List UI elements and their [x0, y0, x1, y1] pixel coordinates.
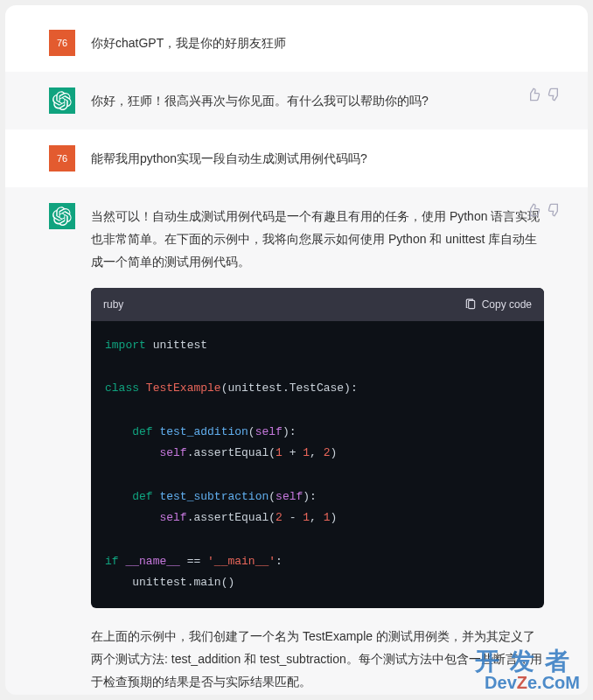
avatar-assistant: [49, 88, 75, 114]
message-assistant-1: 你好，狂师！很高兴再次与你见面。有什么我可以帮助你的吗?: [5, 72, 588, 130]
copy-code-button[interactable]: Copy code: [464, 295, 532, 314]
message-text: 你好，狂师！很高兴再次与你见面。有什么我可以帮助你的吗?: [91, 88, 544, 114]
thumbs-down-icon[interactable]: [548, 203, 562, 217]
chat-container: 76 你好chatGPT，我是你的好朋友狂师 你好，狂师！很高兴再次与你见面。有…: [5, 5, 588, 695]
message-text: 当然可以！自动生成测试用例代码是一个有趣且有用的任务，使用 Python 语言实…: [91, 203, 544, 695]
avatar-assistant: [49, 203, 75, 229]
message-actions: [527, 203, 562, 217]
avatar-user: 76: [49, 145, 75, 172]
clipboard-icon: [464, 298, 477, 311]
message-text: 你好chatGPT，我是你的好朋友狂师: [91, 30, 544, 56]
message-actions: [527, 88, 562, 102]
openai-icon: [52, 206, 72, 226]
svg-rect-0: [468, 300, 474, 308]
copy-code-label: Copy code: [482, 295, 532, 314]
code-header: ruby Copy code: [91, 288, 544, 321]
thumbs-up-icon[interactable]: [527, 203, 541, 217]
openai-icon: [52, 91, 72, 110]
assistant-para-1: 当然可以！自动生成测试用例代码是一个有趣且有用的任务，使用 Python 语言实…: [91, 206, 544, 274]
avatar-user: 76: [49, 30, 75, 56]
message-user-1: 76 你好chatGPT，我是你的好朋友狂师: [5, 14, 588, 72]
code-body: import unittest class TestExample(unitte…: [91, 321, 544, 608]
message-assistant-2: 当然可以！自动生成测试用例代码是一个有趣且有用的任务，使用 Python 语言实…: [5, 187, 588, 695]
assistant-para-2: 在上面的示例中，我们创建了一个名为 TestExample 的测试用例类，并为其…: [91, 626, 544, 694]
message-user-2: 76 能帮我用python实现一段自动生成测试用例代码吗?: [5, 130, 588, 187]
code-block: ruby Copy code import unittest class Tes…: [91, 288, 544, 608]
message-text: 能帮我用python实现一段自动生成测试用例代码吗?: [91, 145, 544, 172]
thumbs-down-icon[interactable]: [548, 88, 562, 102]
code-lang-label: ruby: [103, 295, 123, 314]
thumbs-up-icon[interactable]: [527, 88, 541, 102]
